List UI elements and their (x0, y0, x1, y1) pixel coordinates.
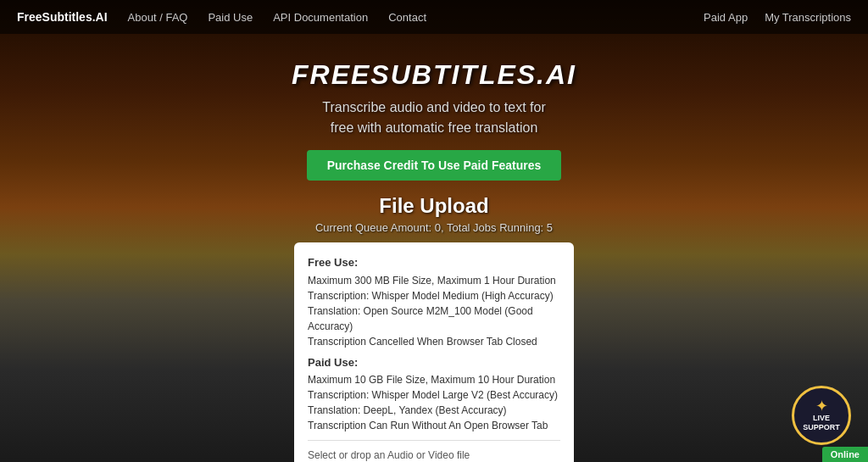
free-use-item-4: Transcription Cancelled When Browser Tab… (308, 334, 560, 349)
brand-link[interactable]: FreeSubtitles.AI (17, 10, 108, 24)
free-use-item-3: Translation: Open Source M2M_100 Model (… (308, 303, 560, 334)
navbar-right: Paid App My Transcriptions (704, 11, 851, 24)
navbar-left: FreeSubtitles.AI About / FAQ Paid Use AP… (17, 10, 426, 24)
live-support-icon: ✦ (815, 398, 828, 414)
hero-subtitle-line1: Transcribe audio and video to text for (322, 100, 546, 114)
hero-subtitle-line2: free with automatic free translation (331, 120, 538, 135)
purchase-credit-button[interactable]: Purchase Credit To Use Paid Features (307, 150, 562, 181)
free-use-item-1: Maximum 300 MB File Size, Maximum 1 Hour… (308, 273, 560, 288)
hero-subtitle: Transcribe audio and video to text for f… (0, 97, 868, 138)
paid-app-link[interactable]: Paid App (704, 11, 748, 24)
file-upload-label: Select or drop an Audio or Video file (308, 448, 560, 462)
free-use-title: Free Use: (308, 254, 560, 271)
paid-use-title: Paid Use: (308, 354, 560, 371)
live-support-label: LIVESUPPORT (803, 414, 840, 432)
about-faq-link[interactable]: About / FAQ (128, 11, 188, 24)
online-badge: Online (822, 447, 868, 462)
upload-section: File Upload Current Queue Amount: 0, Tot… (0, 194, 868, 234)
contact-link[interactable]: Contact (388, 11, 426, 24)
paid-use-item-2: Transcription: Whisper Model Large V2 (B… (308, 387, 560, 403)
navbar: FreeSubtitles.AI About / FAQ Paid Use AP… (0, 0, 868, 34)
api-docs-link[interactable]: API Documentation (273, 11, 368, 24)
hero-section: FREESUBTITLES.AI Transcribe audio and vi… (0, 34, 868, 181)
divider (308, 440, 560, 441)
paid-use-item-4: Transcription Can Run Without An Open Br… (308, 418, 560, 433)
upload-title: File Upload (0, 194, 868, 218)
queue-text: Current Queue Amount: 0, Total Jobs Runn… (0, 221, 868, 234)
paid-use-item-3: Translation: DeepL, Yandex (Best Accurac… (308, 403, 560, 418)
paid-use-item-1: Maximum 10 GB File Size, Maximum 10 Hour… (308, 372, 560, 387)
hero-title: FREESUBTITLES.AI (0, 59, 868, 91)
my-transcriptions-link[interactable]: My Transcriptions (765, 11, 851, 24)
info-card: Free Use: Maximum 300 MB File Size, Maxi… (294, 242, 574, 462)
paid-use-link[interactable]: Paid Use (208, 11, 253, 24)
free-use-item-2: Transcription: Whisper Model Medium (Hig… (308, 288, 560, 303)
live-support-button[interactable]: ✦ LIVESUPPORT (792, 386, 851, 445)
